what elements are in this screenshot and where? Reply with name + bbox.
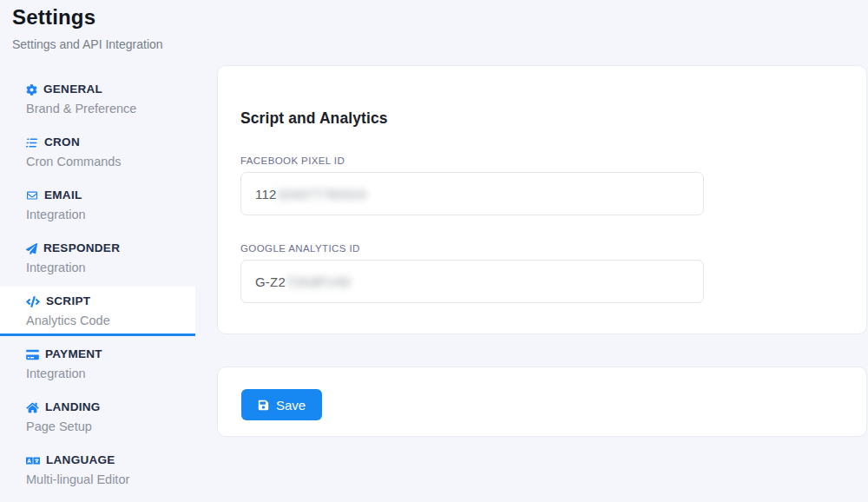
facebook-pixel-id-label: FACEBOOK PIXEL ID — [240, 155, 866, 167]
sidebar-item-label: GENERAL — [43, 81, 102, 98]
code-icon — [26, 296, 40, 307]
sidebar-item-script[interactable]: SCRIPT Analytics Code — [0, 287, 195, 336]
sidebar-item-sublabel: Integration — [26, 365, 195, 382]
sidebar-item-label: PAYMENT — [45, 346, 102, 363]
save-button[interactable]: Save — [241, 389, 322, 420]
facebook-pixel-id-input[interactable]: 112 324077782024 — [240, 172, 704, 215]
sidebar-item-label: SCRIPT — [46, 293, 90, 310]
section-title: Script and Analytics — [218, 66, 866, 128]
google-analytics-id-label: GOOGLE ANALYTICS ID — [240, 242, 866, 254]
save-icon — [258, 400, 269, 411]
home-icon — [26, 402, 39, 413]
sidebar-item-label: LANGUAGE — [46, 452, 115, 469]
sidebar-item-sublabel: Analytics Code — [26, 312, 195, 329]
input-value-redacted: T2K8FV49 — [286, 274, 350, 289]
language-icon — [26, 455, 40, 466]
gear-icon — [26, 84, 37, 96]
page-title: Settings — [12, 5, 163, 30]
sidebar-item-sublabel: Multi-lingual Editor — [26, 471, 195, 488]
sidebar-item-landing[interactable]: LANDING Page Setup — [0, 393, 195, 442]
facebook-pixel-field: FACEBOOK PIXEL ID 112 324077782024 — [240, 155, 866, 215]
input-value-visible: 112 — [255, 187, 277, 201]
sidebar-item-sublabel: Brand & Preference — [26, 100, 195, 117]
sidebar-item-email[interactable]: EMAIL Integration — [0, 181, 195, 230]
page-header: Settings Settings and API Integration — [12, 5, 163, 51]
sidebar-item-label: EMAIL — [44, 187, 82, 204]
envelope-icon — [26, 190, 38, 201]
script-analytics-card: Script and Analytics FACEBOOK PIXEL ID 1… — [217, 65, 867, 334]
sidebar-item-language[interactable]: LANGUAGE Multi-lingual Editor — [0, 446, 195, 495]
input-value-visible: G-Z2 — [255, 274, 286, 289]
sidebar-item-label: RESPONDER — [43, 240, 120, 257]
input-value-redacted: 324077782024 — [278, 187, 367, 201]
paper-plane-icon — [26, 243, 37, 254]
google-analytics-field: GOOGLE ANALYTICS ID G-Z2 T2K8FV49 — [240, 242, 866, 303]
page-subtitle: Settings and API Integration — [12, 37, 163, 51]
sidebar-item-label: LANDING — [45, 399, 101, 416]
credit-card-icon — [26, 349, 39, 360]
sidebar-item-sublabel: Integration — [26, 206, 195, 223]
save-button-label: Save — [276, 398, 306, 413]
google-analytics-id-input[interactable]: G-Z2 T2K8FV49 — [240, 260, 704, 303]
settings-sidebar: GENERAL Brand & Preference CRON Cron Com… — [0, 75, 195, 499]
sidebar-item-sublabel: Integration — [26, 259, 195, 276]
sidebar-item-cron[interactable]: CRON Cron Commands — [0, 128, 195, 177]
sidebar-item-label: CRON — [44, 134, 80, 151]
sidebar-item-payment[interactable]: PAYMENT Integration — [0, 340, 195, 389]
sidebar-item-sublabel: Page Setup — [26, 418, 195, 435]
sidebar-item-general[interactable]: GENERAL Brand & Preference — [0, 75, 195, 124]
sidebar-item-responder[interactable]: RESPONDER Integration — [0, 234, 195, 283]
save-card: Save — [217, 367, 867, 437]
task-list-icon — [26, 137, 38, 149]
sidebar-item-sublabel: Cron Commands — [26, 153, 195, 170]
